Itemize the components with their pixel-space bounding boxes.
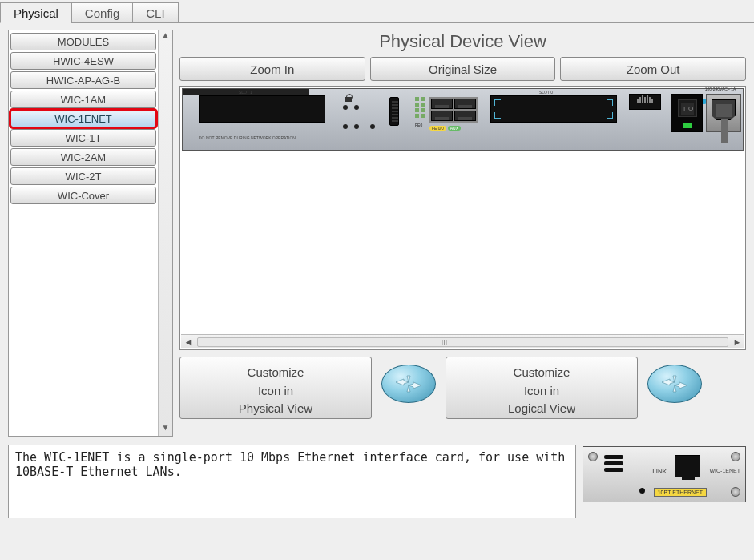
power-led-icon bbox=[683, 123, 692, 128]
port-tag: 10BT ETHERNET bbox=[654, 488, 707, 497]
tab-cli[interactable]: CLI bbox=[132, 2, 178, 23]
rj45-port-icon bbox=[675, 455, 700, 477]
scroll-right-icon[interactable]: ► bbox=[730, 337, 744, 347]
router-arrows-icon bbox=[394, 374, 423, 393]
scroll-grip-icon[interactable]: III bbox=[436, 339, 452, 345]
power-inlet[interactable] bbox=[706, 94, 741, 132]
screw-icon bbox=[588, 452, 598, 461]
device-view[interactable]: SLOT 1 DO NOT REMOVE DURING NETWORK OPER… bbox=[179, 86, 746, 350]
module-item-hwic-ap-ag-b[interactable]: HWIC-AP-AG-B bbox=[10, 71, 156, 89]
module-scrollbar[interactable]: ▲ ▼ bbox=[158, 30, 172, 436]
slot1-label: SLOT 1 bbox=[239, 90, 252, 95]
port-leds bbox=[415, 97, 428, 123]
module-item-wic-2am[interactable]: WIC-2AM bbox=[10, 148, 156, 166]
scroll-track[interactable]: III bbox=[197, 337, 728, 347]
screw-icon bbox=[731, 487, 740, 497]
router-arrows-icon bbox=[660, 374, 689, 393]
vendor-logo-icon bbox=[629, 94, 661, 110]
zoom-in-button[interactable]: Zoom In bbox=[179, 57, 365, 81]
rj45-ports[interactable] bbox=[429, 97, 478, 123]
screw-icon bbox=[731, 452, 740, 461]
tab-physical[interactable]: Physical bbox=[0, 2, 72, 23]
psu-rating-label: 100-240VAC~ 1A bbox=[703, 87, 738, 92]
svg-marker-7 bbox=[673, 385, 676, 392]
module-preview[interactable]: LINK 10BT ETHERNET WIC-1ENET bbox=[583, 446, 746, 502]
rj45-port[interactable] bbox=[454, 111, 476, 121]
rj45-port[interactable] bbox=[454, 99, 476, 109]
svg-marker-6 bbox=[673, 376, 676, 382]
scroll-up-icon[interactable]: ▲ bbox=[159, 30, 172, 43]
view-title: Physical Device View bbox=[179, 31, 746, 52]
scroll-left-icon[interactable]: ◄ bbox=[181, 337, 196, 347]
compact-flash-slot[interactable] bbox=[389, 97, 399, 126]
module-header[interactable]: MODULES bbox=[10, 33, 156, 50]
status-led bbox=[354, 105, 359, 110]
customize-logical-line2: Icon in bbox=[451, 382, 632, 401]
svg-marker-2 bbox=[407, 376, 410, 382]
customize-physical-icon-button[interactable]: Customize Icon in Physical View bbox=[179, 357, 372, 419]
lock-icon bbox=[345, 94, 353, 102]
router-icon[interactable] bbox=[644, 357, 705, 417]
svg-marker-4 bbox=[662, 379, 675, 385]
original-size-button[interactable]: Original Size bbox=[370, 57, 556, 81]
link-label: LINK bbox=[652, 468, 667, 475]
rj45-port[interactable] bbox=[431, 99, 453, 109]
chassis-note: DO NOT REMOVE DURING NETWORK OPERATION bbox=[199, 135, 296, 140]
rj45-port[interactable] bbox=[431, 111, 453, 121]
module-item-hwic-4esw[interactable]: HWIC-4ESW bbox=[10, 52, 156, 70]
module-item-wic-cover[interactable]: WIC-Cover bbox=[10, 187, 156, 204]
customize-logical-line1: Customize bbox=[451, 364, 632, 382]
svg-marker-3 bbox=[407, 385, 410, 392]
router-icon[interactable] bbox=[378, 357, 439, 417]
customize-physical-line1: Customize bbox=[185, 364, 366, 382]
svg-marker-1 bbox=[409, 382, 421, 389]
led-icon bbox=[639, 488, 645, 494]
power-switch[interactable]: I O bbox=[678, 99, 697, 117]
status-led bbox=[343, 124, 348, 129]
ethernet-block: FE0 FE 0/0 AUX bbox=[415, 95, 481, 132]
power-switch-panel: I O bbox=[671, 94, 703, 132]
port-badge: AUX bbox=[448, 126, 461, 131]
module-panel: MODULES HWIC-4ESW HWIC-AP-AG-B WIC-1AM W… bbox=[8, 30, 173, 437]
slot-0[interactable] bbox=[490, 95, 617, 123]
module-list: MODULES HWIC-4ESW HWIC-AP-AG-B WIC-1AM W… bbox=[9, 30, 158, 436]
zoom-out-button[interactable]: Zoom Out bbox=[560, 57, 746, 81]
status-led bbox=[343, 105, 348, 110]
svg-marker-0 bbox=[396, 379, 409, 385]
vent-icon bbox=[604, 455, 623, 474]
module-description: The WIC-1ENET is a single-port 10 Mbps E… bbox=[8, 445, 576, 518]
slot-1[interactable] bbox=[199, 95, 325, 123]
status-led bbox=[354, 124, 359, 129]
status-led bbox=[370, 124, 375, 129]
scroll-down-icon[interactable]: ▼ bbox=[159, 423, 172, 436]
customize-physical-line2: Icon in bbox=[185, 382, 366, 401]
power-plug-icon bbox=[712, 99, 736, 120]
customize-physical-line3: Physical View bbox=[185, 400, 366, 418]
router-chassis[interactable]: SLOT 1 DO NOT REMOVE DURING NETWORK OPER… bbox=[182, 88, 744, 151]
power-on-icon: I bbox=[681, 103, 687, 115]
module-item-wic-1t[interactable]: WIC-1T bbox=[10, 129, 156, 147]
customize-logical-line3: Logical View bbox=[451, 400, 632, 418]
svg-marker-5 bbox=[675, 382, 687, 389]
slot0-label: SLOT 0 bbox=[539, 90, 553, 95]
module-item-wic-1enet[interactable]: WIC-1ENET bbox=[10, 110, 156, 127]
wic-label: WIC-1ENET bbox=[710, 468, 741, 473]
power-off-icon: O bbox=[687, 103, 694, 115]
module-item-wic-1am[interactable]: WIC-1AM bbox=[10, 91, 156, 108]
tab-config[interactable]: Config bbox=[71, 2, 133, 23]
module-item-wic-2t[interactable]: WIC-2T bbox=[10, 167, 156, 185]
device-hscrollbar[interactable]: ◄ III ► bbox=[181, 334, 744, 348]
customize-logical-icon-button[interactable]: Customize Icon in Logical View bbox=[446, 357, 638, 419]
port-badge: FE 0/0 bbox=[429, 126, 446, 131]
power-cord-icon bbox=[721, 119, 728, 143]
eth-label: FE0 bbox=[415, 123, 422, 127]
